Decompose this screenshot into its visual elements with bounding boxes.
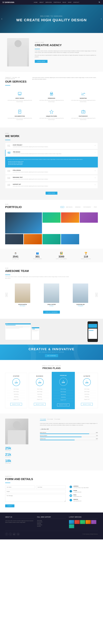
stat-customers: 🖼️ 3300 Happy Customers (56, 252, 67, 259)
team-photo-1 (15, 284, 30, 303)
dark-phone-mockup (88, 321, 98, 342)
social-linkedin[interactable]: in (17, 533, 20, 536)
pricing-feature-1-4: Support 24/7 (30, 398, 49, 401)
about-text-2: Duis aute irure dolor in reprehenderit i… (35, 54, 98, 58)
portfolio-item-1[interactable]: + (5, 212, 42, 234)
step-expand-2[interactable]: − (95, 151, 96, 154)
footer-link-4[interactable]: Branding (37, 526, 66, 527)
step-expand-4[interactable]: + (95, 177, 96, 179)
subject-input[interactable] (5, 490, 66, 493)
social-google[interactable]: g+ (13, 533, 16, 536)
portfolio-item-2[interactable]: + (42, 212, 61, 223)
how-view-more-button[interactable]: VIEW MORE (46, 192, 58, 194)
pricing-grid: STARTER $ 120 Web Design Web Design Adve… (5, 373, 98, 408)
step-item-5[interactable]: 05 SUPPORT 24/7 Lorem ipsum dolor sit am… (5, 182, 98, 188)
testimonial-left: 25k title text 21k title text 18k title … (5, 418, 36, 465)
footer-bottom: f t g+ in © 2024 Sankana. All Rights Res… (5, 531, 98, 536)
price-circle-1: $ 209 (36, 378, 44, 386)
nav-links: HOME ABOUT SERVICES PORTFOLIO BLOG SHOP … (34, 2, 79, 3)
team-prev-button[interactable]: ‹ (5, 293, 8, 297)
service-name-2: MARKETING (70, 98, 96, 99)
pricing-select-0[interactable]: SELECT PLAN (10, 403, 22, 406)
brand-name: SANKANA (4, 1, 14, 3)
message-textarea[interactable] (5, 494, 66, 502)
step-2-expanded: Lorem ipsum dolor sit amet consectetur a… (5, 157, 98, 168)
hero-prev-arrow[interactable]: ‹ (1, 17, 2, 20)
contact-submit-button[interactable]: SUBMIT (5, 504, 14, 507)
step-item-2[interactable]: 02 PRE DESIGN Lorem ipsum dolor sit amet… (5, 150, 98, 156)
stat-number-2: 3300 (56, 255, 67, 258)
nav-home[interactable]: HOME (34, 2, 38, 3)
pricing-select-1[interactable]: SELECT PLAN (34, 403, 46, 406)
service-item-photography: PHOTOGRAPHY Lorem ipsum dolor sit amet c… (68, 107, 98, 122)
footer-link-3[interactable]: Photography (37, 524, 66, 525)
team-view-all-button[interactable]: VIEW ALL MEMBERS (43, 311, 60, 314)
pricing-select-3[interactable]: SELECT PLAN (81, 403, 93, 406)
footer-link-1[interactable]: Development (37, 522, 66, 522)
nav-about[interactable]: ABOUT (40, 2, 44, 3)
coffee-icon: ☕ (12, 252, 19, 255)
pricing-feature-1-1: Web Design (30, 390, 49, 393)
step-item-4[interactable]: 04 REMAINING TEST Lorem ipsum dolor sit … (5, 175, 98, 182)
pricing-feature-2-3: Marketing (54, 396, 73, 398)
screen-line-m2 (32, 330, 39, 330)
portfolio-item-4[interactable]: + (80, 212, 98, 223)
nav-blog[interactable]: BLOG (63, 2, 66, 3)
testimonial-tab-2[interactable]: TITLE NAME (54, 418, 60, 420)
screen-line-m4 (32, 331, 38, 331)
svg-rect-11 (18, 110, 21, 114)
step-number-4: 04 (7, 177, 11, 179)
price-amount-1: 209 (38, 382, 41, 384)
footer-link-2[interactable]: Marketing (37, 523, 66, 524)
pricing-name-2: PREMIUM (54, 375, 73, 376)
contact-divider (5, 482, 10, 483)
search-icon[interactable]: 🔍 (98, 2, 100, 3)
email-input[interactable] (36, 486, 66, 489)
footer-link-0[interactable]: Web Design (37, 520, 66, 521)
step-item-1[interactable]: 01 START PROJECT Lorem ipsum dolor sit a… (5, 143, 98, 149)
hero-next-arrow[interactable]: › (101, 17, 102, 20)
social-twitter[interactable]: t (9, 533, 12, 536)
footer-about-title: ABOUT US (5, 516, 34, 518)
email-icon: ✉️ (70, 494, 72, 497)
step-expand-1[interactable]: + (95, 144, 96, 146)
person-silhouette (7, 38, 29, 66)
portfolio-item-6[interactable]: + (24, 234, 42, 244)
portfolio-item-7[interactable]: + (42, 234, 61, 244)
nav-services[interactable]: SERVICES (46, 2, 52, 3)
team-title: AWESOME TEAM (5, 269, 98, 273)
nav-contact[interactable]: CONTACT (73, 2, 79, 3)
banner-cta-button[interactable]: GET STARTED (45, 354, 58, 357)
footer-grid: ABOUT US Lorem ipsum dolor sit amet cons… (5, 516, 98, 528)
filter-web[interactable]: WEB DESIGN (65, 206, 74, 208)
svg-rect-3 (19, 93, 21, 94)
filter-print[interactable]: PRINT (93, 206, 98, 208)
portfolio-item-8[interactable]: + (61, 234, 79, 244)
social-facebook[interactable]: f (5, 533, 8, 536)
brand-logo[interactable]: S SANKANA (2, 1, 14, 3)
about-learn-more-button[interactable]: LEARN MORE (35, 60, 48, 63)
step-bullet-3: Point three about implementation (8, 164, 96, 165)
service-desc-2: Lorem ipsum dolor sit amet consectetur a… (70, 100, 96, 102)
portfolio-item-5[interactable]: + (5, 234, 23, 244)
mockup-screens (5, 323, 50, 340)
step-expand-5[interactable]: + (95, 184, 96, 186)
step-expand-3[interactable]: + (95, 170, 96, 172)
name-input[interactable] (5, 486, 35, 489)
team-role-3: Photographer (67, 306, 94, 306)
filter-branding[interactable]: BRANDING (74, 206, 82, 208)
testimonial-tab-1[interactable]: TITLE NAME (47, 418, 53, 420)
portfolio-item-3[interactable]: + (61, 212, 79, 223)
nav-portfolio[interactable]: PORTFOLIO (54, 2, 61, 3)
team-name-1: STEVE MARTIN (9, 304, 36, 305)
pricing-select-2[interactable]: SELECT PLAN (57, 404, 70, 406)
screen-line-5 (6, 328, 30, 328)
filter-photo[interactable]: PHOTOGRAPHY (82, 206, 92, 208)
pricing-feature-3-4: Support 24/7 (78, 398, 96, 401)
filter-all[interactable]: ALL (60, 206, 64, 208)
step-item-3[interactable]: 03 HTML DESIGN Lorem ipsum dolor sit ame… (5, 168, 98, 174)
team-next-button[interactable]: › (95, 293, 98, 297)
price-amount-2: 209 (62, 381, 65, 384)
nav-shop[interactable]: SHOP (68, 2, 72, 3)
testimonial-tab-0[interactable]: TITLE NAME (40, 418, 46, 420)
